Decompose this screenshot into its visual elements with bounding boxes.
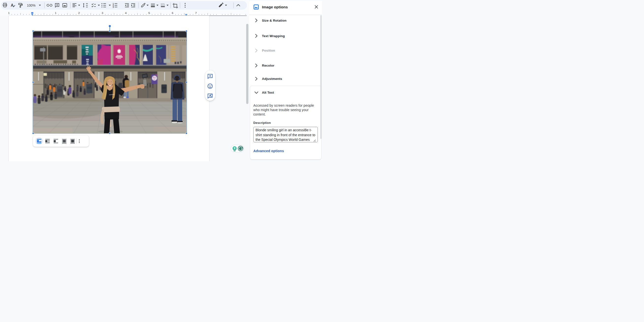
svg-text:3: 3 xyxy=(113,6,114,8)
svg-text:1: 1 xyxy=(55,11,56,14)
svg-text:2: 2 xyxy=(78,11,80,14)
svg-text:7: 7 xyxy=(195,11,197,14)
svg-text:1: 1 xyxy=(8,11,10,14)
svg-text:4: 4 xyxy=(125,11,127,14)
svg-text:5: 5 xyxy=(148,11,150,14)
svg-text:6: 6 xyxy=(172,11,173,14)
svg-text:3: 3 xyxy=(102,11,103,14)
svg-text:100%: 100% xyxy=(27,4,36,7)
